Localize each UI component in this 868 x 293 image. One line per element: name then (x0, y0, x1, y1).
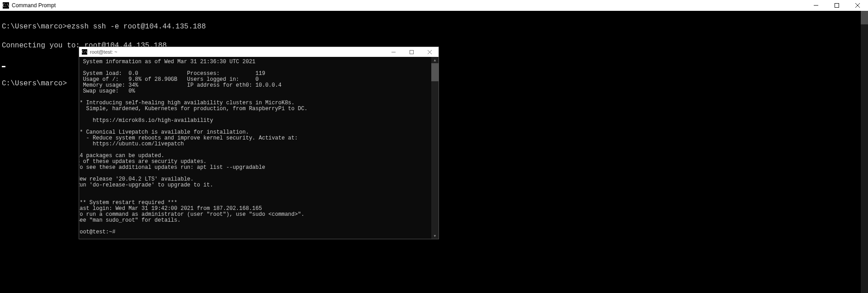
terminal-line: C:\Users\marco>ezssh ssh -e root@104.44.… (2, 22, 866, 32)
scroll-up-arrow[interactable]: ▲ (431, 57, 439, 63)
maximize-button[interactable] (826, 0, 847, 11)
ssh-title: root@test: ~ (90, 49, 117, 55)
outer-titlebar[interactable]: C:\ Command Prompt (0, 0, 868, 11)
svg-rect-1 (835, 4, 839, 8)
ssh-close-button[interactable] (420, 47, 439, 57)
ssh-output: System information as of Wed Mar 31 21:3… (79, 59, 307, 235)
ssh-titlebar[interactable]: C:\ root@test: ~ (79, 47, 439, 57)
close-button[interactable] (847, 0, 868, 11)
ssh-window: C:\ root@test: ~ System information as o… (79, 47, 439, 239)
ssh-minimize-button[interactable] (384, 47, 402, 57)
cmd-icon: C:\ (82, 49, 87, 55)
outer-scrollbar[interactable] (861, 11, 868, 293)
ssh-scrollbar[interactable]: ▲ ▼ (431, 57, 439, 239)
scroll-down-arrow[interactable]: ▼ (431, 233, 439, 239)
ssh-terminal[interactable]: System information as of Wed Mar 31 21:3… (79, 57, 439, 239)
ssh-maximize-button[interactable] (402, 47, 420, 57)
scrollbar-thumb[interactable] (431, 63, 439, 81)
outer-title: Command Prompt (12, 2, 56, 9)
svg-rect-5 (410, 50, 413, 54)
scrollbar-thumb[interactable] (861, 11, 868, 24)
minimize-button[interactable] (806, 0, 826, 11)
cmd-icon: C:\ (3, 2, 9, 9)
